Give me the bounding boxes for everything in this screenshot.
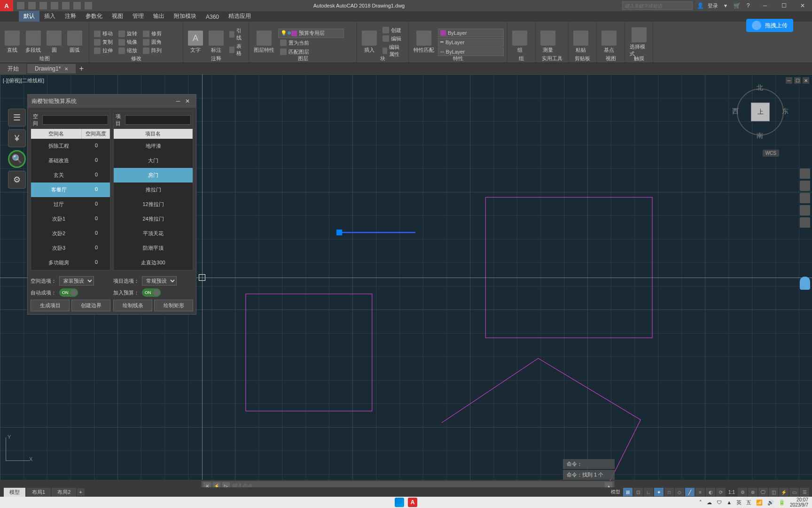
- project-row[interactable]: 房门: [114, 168, 193, 183]
- ribbon-tab-insert[interactable]: 插入: [39, 11, 60, 22]
- cube-top[interactable]: 上: [751, 103, 770, 121]
- minimize-button[interactable]: ─: [756, 0, 774, 11]
- copy-button[interactable]: 复制: [92, 38, 115, 46]
- login-label[interactable]: 登录: [708, 2, 718, 9]
- maximize-button[interactable]: ☐: [774, 0, 793, 11]
- compass-north[interactable]: 北: [757, 84, 763, 92]
- space-row[interactable]: 过厅0: [31, 197, 110, 212]
- compass-south[interactable]: 南: [757, 132, 763, 140]
- viewport-minimize-icon[interactable]: ─: [786, 77, 792, 84]
- auto-toggle[interactable]: ON: [59, 288, 78, 297]
- view-cube[interactable]: 上 北 南 东 西: [732, 84, 789, 140]
- space-option-select[interactable]: 家装预设: [59, 276, 94, 286]
- tray-wifi-icon[interactable]: 📶: [756, 500, 763, 506]
- plugin-search-icon[interactable]: 🔍: [8, 150, 26, 168]
- polyline-button[interactable]: 多段线: [23, 30, 43, 55]
- ribbon-tab-addins[interactable]: 附加模块: [169, 11, 201, 22]
- tray-battery-icon[interactable]: 🔋: [779, 500, 785, 506]
- project-row[interactable]: 地坪漆: [114, 139, 193, 153]
- create-boundary-button[interactable]: 创建边界: [71, 300, 110, 311]
- ribbon-tab-annotate[interactable]: 注释: [60, 11, 81, 22]
- tray-ime-2[interactable]: 五: [746, 499, 751, 506]
- status-model[interactable]: 模型: [609, 489, 622, 495]
- space-list[interactable]: 拆除工程0基础改造0玄关0客餐厅0过厅0次卧10次卧20次卧30多功能房0: [31, 139, 110, 270]
- color-dropdown[interactable]: ByLayer: [438, 29, 504, 37]
- status-annoscale-icon[interactable]: ⚙: [738, 488, 747, 496]
- plugin-close-button[interactable]: ✕: [183, 98, 192, 104]
- ribbon-tab-manage[interactable]: 管理: [128, 11, 148, 22]
- qat-print-icon[interactable]: [62, 2, 70, 9]
- plugin-list-icon[interactable]: ☰: [8, 109, 26, 127]
- project-row[interactable]: 走直边300: [114, 255, 193, 270]
- plugin-minimize-button[interactable]: ─: [173, 98, 183, 104]
- status-osnap-icon[interactable]: □: [664, 488, 674, 496]
- status-customize-icon[interactable]: ☰: [800, 488, 809, 496]
- ribbon-tab-view[interactable]: 视图: [107, 11, 128, 22]
- layer-dropdown[interactable]: 💡❄预算专用层: [278, 29, 344, 38]
- text-button[interactable]: A文字: [186, 30, 205, 55]
- paste-button[interactable]: 粘贴: [571, 30, 590, 55]
- array-button[interactable]: 阵列: [141, 47, 164, 55]
- tray-onedrive-icon[interactable]: ☁: [707, 500, 712, 506]
- close-button[interactable]: ✕: [793, 0, 812, 11]
- add-layout-button[interactable]: +: [77, 488, 85, 496]
- layout2-tab[interactable]: 布局2: [52, 488, 76, 497]
- dim-button[interactable]: 标注: [207, 30, 226, 55]
- mirror-button[interactable]: 镜像: [117, 38, 139, 46]
- app-logo[interactable]: A: [0, 0, 13, 11]
- user-icon[interactable]: 👤: [696, 2, 704, 9]
- status-cycling-icon[interactable]: ⟳: [716, 488, 726, 496]
- space-row[interactable]: 次卧10: [31, 212, 110, 226]
- cart-icon[interactable]: 🛒: [733, 2, 741, 9]
- project-option-select[interactable]: 常规预设: [142, 276, 177, 286]
- status-hardware-icon[interactable]: ⚡: [779, 488, 789, 496]
- space-row[interactable]: 次卧20: [31, 226, 110, 241]
- status-grid-icon[interactable]: ⊞: [623, 488, 632, 496]
- project-row[interactable]: 平顶天花: [114, 226, 193, 241]
- project-search-input[interactable]: [125, 115, 191, 125]
- circle-button[interactable]: 圆: [45, 30, 63, 55]
- status-3dosnap-icon[interactable]: ◇: [675, 488, 684, 496]
- tray-volume-icon[interactable]: 🔊: [767, 500, 774, 506]
- status-lwt-icon[interactable]: ≡: [695, 488, 705, 496]
- nav-mouse-icon[interactable]: [800, 277, 810, 290]
- space-row[interactable]: 多功能房0: [31, 255, 110, 270]
- doc-tab-start[interactable]: 开始: [0, 64, 26, 74]
- nav-orbit-icon[interactable]: [800, 205, 810, 215]
- layer-props-button[interactable]: 图层特性: [252, 30, 276, 55]
- status-clean-icon[interactable]: ▭: [789, 488, 799, 496]
- model-tab[interactable]: 模型: [4, 488, 25, 497]
- draw-rect-button[interactable]: 绘制矩形: [154, 300, 193, 311]
- leader-button[interactable]: 引线: [227, 27, 246, 42]
- status-scale[interactable]: 1:1: [726, 490, 737, 495]
- ribbon-tab-featured[interactable]: 精选应用: [224, 11, 256, 22]
- group-button[interactable]: 组: [510, 30, 529, 55]
- view-label[interactable]: [-][俯视][二维线框]: [3, 77, 44, 84]
- compass-west[interactable]: 西: [732, 107, 739, 116]
- status-polar-icon[interactable]: ✦: [654, 488, 664, 496]
- project-row[interactable]: 大门: [114, 153, 193, 168]
- block-create-button[interactable]: 创建: [381, 26, 406, 34]
- space-search-input[interactable]: [42, 115, 108, 125]
- space-row[interactable]: 次卧30: [31, 241, 110, 255]
- tray-clock[interactable]: 20:07 2023/9/7: [790, 497, 808, 508]
- add-tab-button[interactable]: +: [77, 64, 86, 73]
- plugin-settings-icon[interactable]: ⚙: [8, 171, 26, 189]
- qat-new-icon[interactable]: [17, 2, 24, 9]
- space-row[interactable]: 基础改造0: [31, 153, 110, 168]
- budget-toggle[interactable]: ON: [142, 288, 161, 297]
- nav-pan-icon[interactable]: [800, 181, 810, 191]
- project-row[interactable]: 12推拉门: [114, 197, 193, 212]
- layer-match-button[interactable]: 匹配图层: [278, 48, 344, 56]
- wcs-label[interactable]: WCS: [763, 150, 779, 157]
- linetype-dropdown[interactable]: ─ByLayer: [438, 48, 504, 56]
- status-workspace-icon[interactable]: ⊕: [748, 488, 757, 496]
- trim-button[interactable]: 修剪: [141, 30, 164, 38]
- scale-button[interactable]: 缩放: [117, 47, 139, 55]
- plugin-titlebar[interactable]: 南樱智能预算系统 ─ ✕: [28, 95, 196, 108]
- tray-autodesk-icon[interactable]: ▲: [726, 500, 732, 505]
- project-row[interactable]: 推拉门: [114, 183, 193, 197]
- arc-button[interactable]: 圆弧: [65, 30, 84, 55]
- viewport-close-icon[interactable]: ✕: [803, 77, 809, 84]
- exchange-icon[interactable]: ▾: [722, 2, 729, 9]
